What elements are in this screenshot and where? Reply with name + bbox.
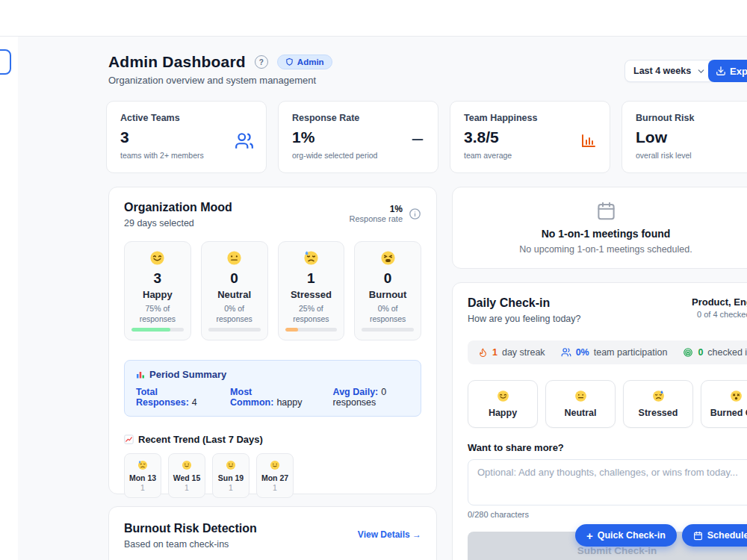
- users-icon: [235, 131, 254, 151]
- burnout-panel-subtitle: Based on team check-ins: [124, 539, 257, 550]
- stat-value: 3: [120, 128, 252, 146]
- mood-button-neutral[interactable]: Neutral: [545, 380, 616, 428]
- mood-label: Stressed: [291, 289, 332, 300]
- page-header: Admin Dashboard ? Admin: [108, 53, 332, 71]
- stat-value: 3.8/5: [464, 128, 596, 146]
- view-details-link[interactable]: View Details →: [358, 529, 421, 540]
- stat-value: 1%: [292, 128, 424, 146]
- schedule-1on1-button[interactable]: Schedule 1-on-1: [682, 524, 747, 547]
- stat-sub: teams with 2+ members: [120, 151, 252, 160]
- stressed-face-icon: [303, 250, 319, 266]
- left-rail: [0, 37, 18, 560]
- stat-label: Response Rate: [292, 113, 424, 123]
- trend-day-label: Mon 13: [129, 473, 156, 482]
- total-responses: Total Responses:4: [136, 387, 202, 408]
- trend-day-card: Wed 15 1: [168, 453, 205, 498]
- trend-day-card: Mon 13 1: [124, 453, 161, 498]
- share-more-input[interactable]: [468, 459, 747, 505]
- plus-icon: +: [586, 530, 593, 541]
- org-mood-title: Organization Mood: [124, 201, 232, 214]
- mood-count: 0: [230, 270, 238, 287]
- organization-mood-panel: Organization Mood 29 days selected 1% Re…: [108, 187, 437, 494]
- trend-day-count: 1: [140, 483, 145, 492]
- team-checked-in-count: 0 of 4 checked in today: [692, 310, 747, 319]
- mood-button-burned-out[interactable]: Burned Out: [701, 380, 747, 428]
- chart-up-emoji-icon: [124, 435, 134, 444]
- stat-label: Team Happiness: [464, 113, 596, 123]
- period-summary-box: Period Summary Total Responses:4 Most Co…: [124, 360, 421, 417]
- mood-button-stressed[interactable]: Stressed: [623, 380, 693, 428]
- period-select-value: Last 4 weeks: [633, 66, 691, 76]
- meetings-empty-title: No 1-on-1 meetings found: [542, 228, 671, 240]
- mood-progress-bar: [362, 328, 414, 332]
- happy-face-icon: [497, 390, 509, 402]
- mood-percentage: 0% of responses: [364, 303, 412, 324]
- mood-card-neutral: 0 Neutral 0% of responses: [201, 241, 268, 340]
- dizzy-face-icon: [730, 390, 743, 402]
- recent-trend-title: Recent Trend (Last 7 Days): [138, 434, 263, 445]
- trend-day-label: Sun 19: [218, 473, 244, 482]
- export-button-label: Export: [730, 66, 747, 77]
- mood-count: 0: [384, 270, 392, 287]
- neutral-face-icon: [574, 390, 587, 402]
- info-icon[interactable]: [409, 208, 421, 220]
- burnout-risk-detection-panel: Burnout Risk Detection Based on team che…: [108, 506, 437, 560]
- stat-card-response-rate: Response Rate 1% org-wide selected perio…: [278, 101, 438, 173]
- happy-face-icon: [149, 250, 165, 266]
- trend-day-count: 1: [185, 483, 189, 492]
- mood-progress-bar: [131, 328, 184, 332]
- mood-progress-bar: [208, 328, 261, 332]
- bar-chart-emoji-icon: [136, 370, 145, 379]
- mood-label: Neutral: [217, 289, 251, 300]
- stat-card-active-teams: Active Teams 3 teams with 2+ members: [106, 101, 267, 173]
- trend-day-count: 1: [273, 483, 277, 492]
- mood-button-happy[interactable]: Happy: [468, 380, 538, 428]
- slight-smile-face-icon: [226, 460, 236, 470]
- stat-label: Burnout Risk: [636, 113, 747, 123]
- response-rate-label: Response rate: [349, 214, 403, 223]
- stat-value: Low: [636, 128, 747, 146]
- mood-percentage: 25% of responses: [287, 303, 335, 324]
- mood-button-row: Happy Neutral Stressed Burned Out: [468, 380, 747, 428]
- trend-day-card: Mon 27 1: [256, 453, 294, 498]
- floating-action-buttons: + Quick Check-in Schedule 1-on-1: [575, 524, 747, 547]
- neutral-face-icon: [226, 250, 242, 266]
- slight-smile-face-icon: [270, 460, 280, 470]
- mood-count: 3: [154, 270, 162, 287]
- period-select[interactable]: Last 4 weeks: [624, 60, 715, 82]
- calendar-icon: [596, 201, 616, 221]
- sidebar-edge-button[interactable]: [0, 49, 11, 75]
- calendar-icon: [693, 531, 703, 541]
- org-mood-subtitle: 29 days selected: [124, 218, 232, 228]
- response-rate-value: 1%: [349, 204, 403, 214]
- avg-daily: Avg Daily:0 responses: [333, 387, 409, 408]
- checked-in-today-stat: 0 checked in today: [683, 347, 747, 358]
- admin-badge-label: Admin: [297, 57, 324, 66]
- team-participation-stat: 0% team participation: [561, 347, 668, 358]
- burnout-panel-title: Burnout Risk Detection: [124, 522, 257, 535]
- mood-count: 1: [307, 270, 315, 287]
- help-icon[interactable]: ?: [255, 55, 268, 69]
- stat-card-team-happiness: Team Happiness 3.8/5 team average: [450, 101, 610, 173]
- target-icon: [683, 347, 693, 358]
- stat-sub: org-wide selected period: [292, 151, 424, 160]
- download-icon: [716, 66, 726, 76]
- period-summary-title: Period Summary: [149, 369, 226, 380]
- checkin-stats-bar: 1 day streak 0% team participation 0 che…: [468, 340, 747, 364]
- mood-label: Happy: [143, 289, 173, 300]
- export-button[interactable]: Export: [708, 60, 747, 82]
- mood-label: Burnout: [369, 289, 407, 300]
- stressed-face-icon: [137, 460, 148, 470]
- mood-card-happy: 3 Happy 75% of responses: [124, 241, 191, 340]
- day-streak-stat: 1 day streak: [478, 347, 545, 358]
- shield-icon: [285, 57, 294, 66]
- admin-role-badge: Admin: [277, 55, 332, 69]
- quick-checkin-button[interactable]: + Quick Check-in: [575, 524, 677, 547]
- mood-progress-bar: [285, 328, 338, 332]
- stat-sub: team average: [464, 151, 596, 160]
- chevron-down-icon: [696, 66, 706, 76]
- recent-trend-row: Mon 13 1 Wed 15 1 Sun 19 1 Mon 27 1: [124, 453, 421, 498]
- slight-smile-face-icon: [182, 460, 192, 470]
- mood-card-burnout: 0 Burnout 0% of responses: [354, 241, 421, 340]
- stat-card-burnout-risk: Burnout Risk Low overall risk level: [622, 101, 747, 173]
